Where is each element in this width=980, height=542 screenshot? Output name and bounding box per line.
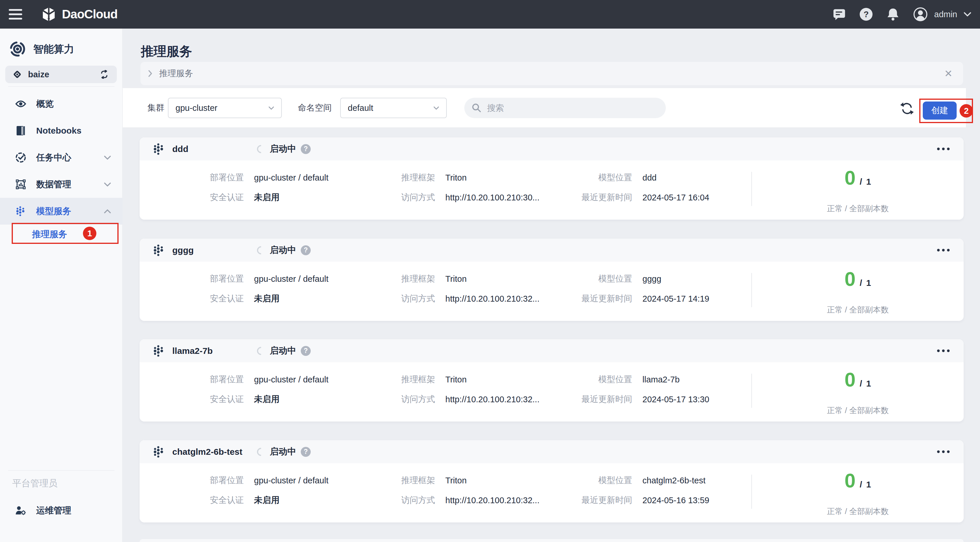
workspace-selector[interactable]: baize	[5, 66, 117, 83]
replica-sep: /	[860, 379, 862, 388]
replica-caption: 正常 / 全部副本数	[752, 304, 964, 315]
messages-icon[interactable]	[832, 8, 846, 21]
auth-label: 安全认证	[140, 393, 244, 405]
service-icon	[153, 143, 165, 155]
replica-sep: /	[860, 480, 862, 490]
replica-caption: 正常 / 全部副本数	[752, 405, 964, 416]
replica-sep: /	[860, 278, 862, 288]
replicas-total: 1	[866, 278, 871, 288]
updated-value: 2024-05-17 16:04	[632, 193, 751, 203]
framework-value: Triton	[435, 173, 556, 182]
sidebar-nav: 概览 Notebooks 任务中心	[0, 90, 123, 225]
sidebar-item-notebooks[interactable]: Notebooks	[0, 117, 123, 144]
model-location-value: gggg	[632, 274, 751, 284]
framework-value: Triton	[435, 274, 556, 284]
subitem-label: 推理服务	[32, 228, 67, 240]
annotation-badge-1: 1	[83, 227, 96, 240]
sidebar-item-overview[interactable]: 概览	[0, 90, 123, 117]
access-value[interactable]: http://10.20.100.210:32...	[435, 395, 556, 404]
username: admin	[934, 10, 957, 19]
cluster-select[interactable]: gpu-cluster	[168, 98, 282, 118]
status-text: 启动中	[270, 446, 296, 458]
hamburger-menu-icon[interactable]	[9, 9, 22, 19]
workspace-name: baize	[28, 70, 49, 79]
search-input[interactable]	[487, 103, 650, 113]
model-location-value: chatglm2-6b-test	[632, 476, 751, 485]
auth-value: 未启用	[244, 293, 371, 304]
deploy-label: 部署位置	[140, 172, 244, 184]
status-help-icon[interactable]: ?	[301, 144, 311, 154]
deploy-value: gpu-cluster / default	[244, 173, 371, 182]
cluster-value: gpu-cluster	[175, 103, 217, 113]
breadcrumb-current: 推理服务	[159, 68, 193, 79]
status-help-icon[interactable]: ?	[301, 447, 311, 457]
sidebar-subitem-inference-services[interactable]: 推理服务	[0, 220, 123, 249]
data-chart-icon	[15, 179, 26, 190]
service-name: ddd	[172, 144, 257, 154]
service-status: 启动中 ?	[257, 345, 311, 357]
sidebar-item-ops-management[interactable]: 运维管理	[0, 497, 123, 524]
access-label: 访问方式	[371, 293, 435, 304]
sidebar-item-label: 任务中心	[36, 152, 71, 164]
service-card-partial	[140, 539, 964, 542]
chevron-down-icon	[104, 182, 111, 187]
sidebar-item-label: Notebooks	[36, 126, 81, 136]
framework-label: 推理框架	[371, 172, 435, 184]
service-icon	[153, 344, 165, 357]
sidebar-item-task-center[interactable]: 任务中心	[0, 144, 123, 171]
refresh-icon[interactable]	[900, 101, 914, 116]
access-value[interactable]: http://10.20.100.210:32...	[435, 496, 556, 505]
status-help-icon[interactable]: ?	[301, 245, 311, 255]
sidebar-item-label: 运维管理	[36, 505, 71, 517]
help-icon[interactable]: ?	[859, 8, 873, 21]
replica-summary: 0 / 1 正常 / 全部副本数	[752, 137, 964, 220]
replica-count: 0 / 1	[752, 168, 964, 187]
framework-label: 推理框架	[371, 374, 435, 385]
framework-value: Triton	[435, 476, 556, 485]
search-icon	[472, 103, 481, 113]
notifications-bell-icon[interactable]	[886, 8, 900, 21]
updated-label: 最近更新时间	[556, 393, 632, 405]
deploy-value: gpu-cluster / default	[244, 375, 371, 385]
spinner-icon	[255, 446, 267, 458]
switch-workspace-icon[interactable]	[99, 70, 109, 79]
replicas-ready: 0	[845, 168, 856, 187]
role-label: 平台管理员	[12, 477, 57, 490]
access-label: 访问方式	[371, 192, 435, 203]
sidebar: 智能算力 baize 概览 Notebooks	[0, 29, 123, 542]
model-cluster-icon	[15, 206, 26, 217]
admin-gear-icon	[15, 505, 26, 516]
replicas-total: 1	[866, 379, 871, 388]
access-value[interactable]: http://10.20.100.210:32...	[435, 294, 556, 304]
question-glyph: ?	[860, 8, 873, 21]
brand-logo[interactable]: DaoCloud	[41, 0, 118, 29]
deploy-label: 部署位置	[140, 374, 244, 385]
access-value[interactable]: http://10.20.100.210:30...	[435, 193, 556, 203]
replica-count: 0 / 1	[752, 369, 964, 390]
divider	[8, 86, 115, 87]
create-button[interactable]: 创建	[923, 101, 957, 120]
framework-label: 推理框架	[371, 273, 435, 285]
replica-summary: 0 / 1 正常 / 全部副本数	[752, 440, 964, 523]
book-icon	[15, 125, 26, 136]
service-name: gggg	[172, 245, 257, 255]
service-details: 部署位置 gpu-cluster / default 推理框架 Triton 模…	[140, 269, 751, 309]
service-status: 启动中 ?	[257, 143, 311, 155]
page-title: 推理服务	[141, 43, 192, 60]
replicas-total: 1	[866, 177, 871, 187]
close-icon[interactable]: ✕	[944, 68, 953, 78]
user-menu[interactable]: admin	[913, 7, 971, 22]
updated-label: 最近更新时间	[556, 192, 632, 203]
service-card: chatglm2-6b-test 启动中 ? 部署位置 gpu-cluster …	[140, 440, 964, 523]
sidebar-item-data-management[interactable]: 数据管理	[0, 171, 123, 198]
workspace-icon	[13, 70, 22, 79]
service-details: 部署位置 gpu-cluster / default 推理框架 Triton 模…	[140, 471, 751, 510]
replicas-ready: 0	[845, 269, 856, 289]
namespace-select[interactable]: default	[340, 98, 447, 118]
updated-value: 2024-05-17 13:30	[632, 395, 751, 404]
breadcrumb-chevron-icon[interactable]	[148, 70, 153, 77]
replica-caption: 正常 / 全部副本数	[752, 203, 964, 214]
status-text: 启动中	[270, 143, 296, 155]
service-card: ddd 启动中 ? 部署位置 gpu-cluster / default 推理框…	[140, 137, 964, 220]
status-help-icon[interactable]: ?	[301, 346, 311, 356]
